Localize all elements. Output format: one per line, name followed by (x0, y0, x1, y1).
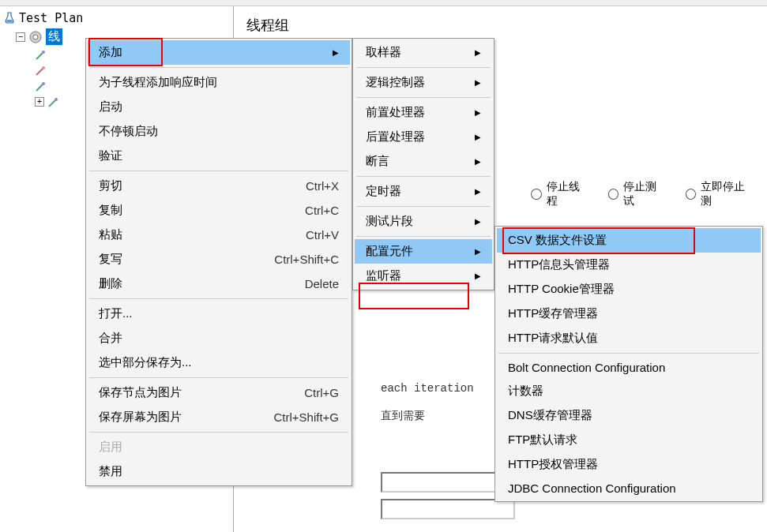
menu-counter[interactable]: 计数器 (497, 379, 761, 403)
menu-label: 配置元件 (366, 244, 413, 259)
menu-validate[interactable]: 验证 (88, 144, 350, 168)
menu-merge[interactable]: 合并 (88, 326, 350, 350)
menu-duplicate[interactable]: 复写 Ctrl+Shift+C (88, 247, 350, 272)
tree-selected-label: 线 (46, 28, 62, 45)
menu-ftp[interactable]: FTP默认请求 (497, 428, 761, 452)
menu-label: FTP默认请求 (508, 433, 577, 448)
menu-listener[interactable]: 监听器 ▶ (355, 264, 492, 288)
menu-label: 删除 (99, 276, 122, 291)
svg-point-1 (33, 35, 38, 39)
menu-http-auth[interactable]: HTTP授权管理器 (497, 452, 761, 477)
menu-start[interactable]: 启动 (88, 95, 350, 119)
menu-timer[interactable]: 定时器 ▶ (355, 179, 492, 204)
menu-add[interactable]: 添加 ▶ (88, 40, 350, 65)
menu-label: 定时器 (366, 184, 401, 199)
menu-http-defaults[interactable]: HTTP请求默认值 (497, 326, 761, 350)
menu-fragment[interactable]: 测试片段 ▶ (355, 209, 492, 234)
shortcut-label: Ctrl+V (306, 228, 339, 242)
menu-csv[interactable]: CSV 数据文件设置 (497, 228, 761, 253)
menu-save-screen-img[interactable]: 保存屏幕为图片 Ctrl+Shift+G (88, 405, 350, 429)
chevron-right-icon: ▶ (475, 272, 481, 280)
tree-root-label: Test Plan (19, 11, 83, 25)
shortcut-label: Delete (305, 277, 339, 290)
shortcut-label: Ctrl+C (305, 204, 339, 217)
menu-paste[interactable]: 粘贴 Ctrl+V (88, 223, 350, 247)
menu-label: DNS缓存管理器 (508, 408, 592, 423)
menu-sampler[interactable]: 取样器 ▶ (355, 40, 492, 65)
menu-separator (89, 432, 348, 433)
radio-stop-now[interactable]: 立即停止测 (686, 180, 754, 208)
shortcut-label: Ctrl+Shift+G (273, 410, 339, 424)
detail-title: 线程组 (246, 13, 754, 38)
menu-separator (89, 298, 348, 299)
menu-label: HTTP信息头管理器 (508, 257, 610, 272)
probe-icon (35, 48, 47, 61)
menu-separator (356, 97, 491, 98)
menu-assert[interactable]: 断言 ▶ (355, 149, 492, 174)
chevron-right-icon: ▶ (475, 247, 481, 256)
menu-separator (89, 67, 348, 68)
menu-config[interactable]: 配置元件 ▶ (355, 239, 492, 264)
menu-label: 逻辑控制器 (366, 75, 425, 90)
menu-separator (498, 353, 759, 354)
svg-point-4 (42, 82, 45, 85)
radio-stop-thread[interactable]: 停止线程 (531, 180, 589, 208)
menu-label: 添加 (99, 45, 122, 60)
svg-point-3 (42, 66, 45, 69)
menu-postproc[interactable]: 后置处理器 ▶ (355, 125, 492, 149)
expander-icon[interactable]: + (35, 97, 44, 107)
chevron-right-icon: ▶ (475, 217, 481, 226)
menu-label: 验证 (99, 148, 122, 163)
menu-label: 启动 (99, 99, 122, 114)
toolbar (0, 0, 767, 6)
menu-label: 启用 (99, 440, 122, 455)
menu-label: JDBC Connection Configuration (508, 481, 676, 495)
menu-label: 后置处理器 (366, 129, 425, 144)
menu-label: 不停顿启动 (99, 124, 158, 139)
menu-label: 合并 (99, 331, 122, 346)
menu-enable: 启用 (88, 435, 350, 459)
menu-label: 计数器 (508, 384, 543, 399)
menu-separator (356, 67, 491, 68)
menu-label: 复写 (99, 252, 122, 267)
menu-disable[interactable]: 禁用 (88, 459, 350, 484)
chevron-right-icon: ▶ (475, 108, 481, 117)
menu-label: Bolt Connection Configuration (508, 361, 665, 374)
menu-dns[interactable]: DNS缓存管理器 (497, 403, 761, 428)
menu-preproc[interactable]: 前置处理器 ▶ (355, 100, 492, 125)
menu-label: 测试片段 (366, 214, 413, 229)
expander-icon[interactable]: − (16, 32, 25, 42)
menu-http-cookie[interactable]: HTTP Cookie管理器 (497, 277, 761, 302)
context-menu-3: CSV 数据文件设置 HTTP信息头管理器 HTTP Cookie管理器 HTT… (494, 226, 763, 502)
menu-cut[interactable]: 剪切 Ctrl+X (88, 174, 350, 198)
menu-label: CSV 数据文件设置 (508, 233, 607, 248)
chevron-right-icon: ▶ (475, 157, 481, 166)
menu-delete[interactable]: 删除 Delete (88, 272, 350, 296)
menu-copy[interactable]: 复制 Ctrl+C (88, 198, 350, 223)
menu-save-selection[interactable]: 选中部分保存为... (88, 350, 350, 375)
menu-label: 剪切 (99, 178, 122, 193)
menu-logic[interactable]: 逻辑控制器 ▶ (355, 70, 492, 95)
menu-add-response-time[interactable]: 为子线程添加响应时间 (88, 70, 350, 95)
shortcut-label: Ctrl+G (304, 386, 339, 399)
radio-stop-test[interactable]: 停止测试 (608, 180, 667, 208)
menu-http-cache[interactable]: HTTP缓存管理器 (497, 302, 761, 326)
menu-label: HTTP请求默认值 (508, 331, 598, 346)
probe-icon (35, 64, 47, 77)
radio-label: 停止测试 (623, 180, 666, 208)
menu-save-node-img[interactable]: 保存节点为图片 Ctrl+G (88, 380, 350, 405)
radio-row: 停止线程 停止测试 立即停止测 (531, 180, 754, 208)
menu-start-nopause[interactable]: 不停顿启动 (88, 119, 350, 144)
menu-bolt[interactable]: Bolt Connection Configuration (497, 356, 761, 379)
menu-open[interactable]: 打开... (88, 302, 350, 326)
radio-label: 停止线程 (547, 180, 589, 208)
menu-label: 粘贴 (99, 227, 122, 242)
menu-jdbc[interactable]: JDBC Connection Configuration (497, 477, 761, 500)
menu-label: 前置处理器 (366, 105, 425, 120)
context-menu-2: 取样器 ▶ 逻辑控制器 ▶ 前置处理器 ▶ 后置处理器 ▶ 断言 ▶ 定时器 ▶… (352, 38, 494, 290)
context-menu-1: 添加 ▶ 为子线程添加响应时间 启动 不停顿启动 验证 剪切 Ctrl+X 复制… (85, 38, 352, 486)
menu-http-header[interactable]: HTTP信息头管理器 (497, 253, 761, 277)
probe-icon (47, 96, 60, 108)
tree-root[interactable]: Test Plan (3, 9, 230, 27)
menu-label: 保存节点为图片 (99, 385, 182, 400)
